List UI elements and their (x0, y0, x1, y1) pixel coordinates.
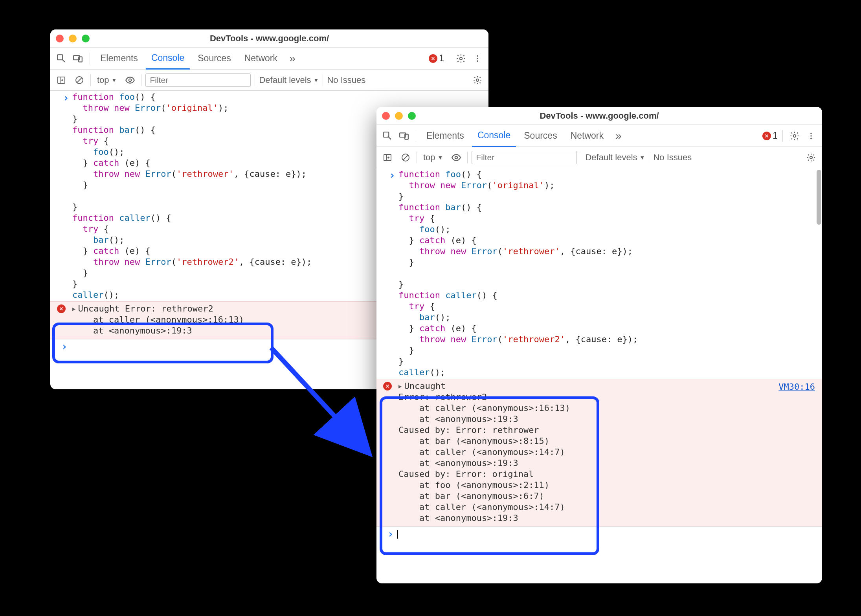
filter-input[interactable] (472, 151, 577, 164)
svg-line-23 (403, 155, 408, 160)
context-label: top (423, 152, 435, 163)
scrollbar-thumb[interactable] (817, 170, 821, 225)
more-tabs-icon[interactable]: » (285, 51, 299, 66)
sidebar-toggle-icon[interactable] (380, 150, 395, 165)
context-label: top (97, 75, 109, 85)
console-settings-icon[interactable] (470, 73, 485, 87)
error-count: 1 (439, 53, 444, 64)
device-toggle-icon[interactable] (397, 129, 411, 143)
tab-network[interactable]: Network (239, 48, 283, 69)
console-output: function foo() { throw new Error('origin… (376, 168, 822, 583)
log-levels-selector[interactable]: Default levels ▼ (585, 152, 645, 163)
tab-elements[interactable]: Elements (421, 125, 470, 147)
error-icon (57, 304, 66, 313)
devtools-window-after: DevTools - www.google.com/ Elements Cons… (376, 107, 822, 583)
code-input: function foo() { throw new Error('origin… (398, 169, 819, 378)
tab-console[interactable]: Console (472, 125, 516, 147)
svg-point-25 (810, 156, 812, 159)
live-expression-icon[interactable] (123, 73, 137, 87)
window-title: DevTools - www.google.com/ (50, 33, 488, 44)
error-stack: Uncaught Error: rethrower2 at caller (<a… (398, 379, 822, 526)
log-levels-selector[interactable]: Default levels ▼ (259, 75, 319, 85)
error-icon (762, 132, 771, 140)
device-toggle-icon[interactable] (71, 51, 85, 66)
console-filter-bar: top ▼ Default levels ▼ No Issues (50, 70, 488, 91)
settings-icon[interactable] (454, 51, 468, 66)
close-icon[interactable] (56, 35, 64, 42)
svg-point-11 (129, 79, 132, 81)
window-title: DevTools - www.google.com/ (376, 111, 822, 121)
arrow-annotation (236, 336, 401, 493)
svg-point-24 (455, 156, 458, 159)
inspect-icon[interactable] (380, 129, 395, 143)
live-expression-icon[interactable] (449, 150, 463, 165)
text-cursor (397, 530, 398, 539)
issues-label[interactable]: No Issues (327, 75, 365, 85)
svg-point-3 (460, 57, 463, 60)
levels-label: Default levels (585, 152, 637, 163)
error-count: 1 (773, 130, 778, 141)
settings-icon[interactable] (788, 129, 802, 143)
tab-sources[interactable]: Sources (192, 48, 236, 69)
console-filter-bar: top ▼ Default levels ▼ No Issues (376, 147, 822, 168)
window-titlebar: DevTools - www.google.com/ (50, 29, 488, 48)
prompt-chevron-icon (50, 92, 72, 301)
svg-point-18 (810, 135, 812, 137)
tab-network[interactable]: Network (565, 125, 609, 147)
clear-console-icon[interactable] (398, 150, 413, 165)
svg-point-17 (810, 132, 812, 134)
zoom-icon[interactable] (408, 112, 416, 120)
context-selector[interactable]: top ▼ (421, 152, 445, 163)
sidebar-toggle-icon[interactable] (54, 73, 68, 87)
tab-console[interactable]: Console (146, 48, 190, 70)
tab-elements[interactable]: Elements (95, 48, 143, 69)
more-tabs-icon[interactable]: » (611, 129, 626, 143)
svg-point-19 (810, 138, 812, 139)
kebab-icon[interactable] (470, 51, 485, 66)
svg-line-10 (77, 78, 82, 82)
close-icon[interactable] (382, 112, 390, 120)
svg-point-5 (477, 58, 478, 59)
inspect-icon[interactable] (54, 51, 68, 66)
filter-input[interactable] (145, 73, 251, 87)
svg-point-16 (793, 134, 796, 137)
console-prompt[interactable] (376, 526, 822, 542)
kebab-icon[interactable] (804, 129, 818, 143)
svg-point-6 (477, 60, 478, 62)
svg-point-4 (477, 55, 478, 57)
panel-tabs: Elements Console Sources Network » 1 (376, 125, 822, 147)
error-count-badge[interactable]: 1 (429, 53, 444, 64)
source-link[interactable]: VM30:16 (778, 381, 815, 392)
minimize-icon[interactable] (395, 112, 403, 120)
minimize-icon[interactable] (69, 35, 77, 42)
svg-point-12 (476, 79, 479, 81)
tab-sources[interactable]: Sources (518, 125, 562, 147)
levels-label: Default levels (259, 75, 311, 85)
console-error[interactable]: VM30:16 Uncaught Error: rethrower2 at ca… (376, 379, 822, 526)
clear-console-icon[interactable] (72, 73, 86, 87)
context-selector[interactable]: top ▼ (95, 75, 119, 85)
issues-label[interactable]: No Issues (653, 152, 692, 163)
panel-tabs: Elements Console Sources Network » 1 (50, 48, 488, 70)
error-count-badge[interactable]: 1 (762, 130, 778, 141)
zoom-icon[interactable] (82, 35, 90, 42)
console-settings-icon[interactable] (804, 150, 818, 165)
error-icon (429, 54, 437, 63)
window-titlebar: DevTools - www.google.com/ (376, 107, 822, 125)
